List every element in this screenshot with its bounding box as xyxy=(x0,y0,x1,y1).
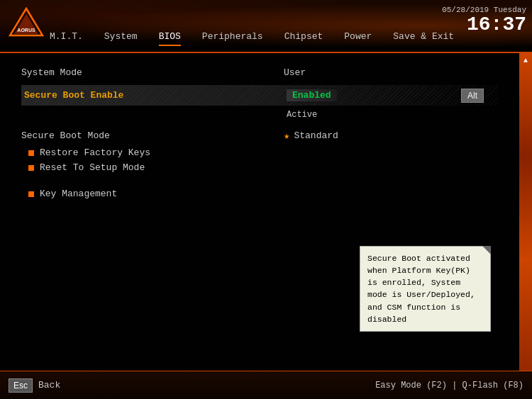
nav-item-bios[interactable]: BIOS xyxy=(159,31,181,46)
star-icon: ★ xyxy=(284,130,289,142)
secure-boot-active-text: Active xyxy=(287,110,498,120)
reset-to-setup-mode-label: Reset To Setup Mode xyxy=(40,162,145,173)
secure-boot-mode-row: Secure Boot Mode ★ Standard xyxy=(21,130,498,142)
system-mode-value: User xyxy=(284,67,306,78)
key-management-item[interactable]: Key Management xyxy=(28,189,498,199)
secure-boot-mode-text: Standard xyxy=(294,130,338,141)
footer: Esc Back Easy Mode (F2) | Q-Flash (F8) xyxy=(0,371,532,399)
nav-item-power[interactable]: Power xyxy=(344,31,372,46)
main-content: System Mode User Secure Boot Enable Enab… xyxy=(0,53,519,371)
key-management-label: Key Management xyxy=(40,189,117,199)
orange-square-icon-3 xyxy=(28,191,34,197)
header: AORUS 05/28/2019 Tuesday 16:37 M.I.T. Sy… xyxy=(0,0,532,53)
tooltip-box: Secure Boot activated when Platform Key(… xyxy=(360,246,491,332)
nav-item-save-exit[interactable]: Save & Exit xyxy=(393,31,454,46)
system-mode-label: System Mode xyxy=(21,67,284,78)
reset-to-setup-mode-item[interactable]: Reset To Setup Mode xyxy=(28,162,498,173)
footer-left: Esc Back xyxy=(9,378,60,393)
alt-button[interactable]: Alt xyxy=(461,89,484,103)
nav-item-system[interactable]: System xyxy=(104,31,138,46)
datetime: 05/28/2019 Tuesday 16:37 xyxy=(442,6,526,36)
secure-boot-enable-value: Enabled xyxy=(287,89,337,101)
nav-item-peripherals[interactable]: Peripherals xyxy=(202,31,263,46)
aorus-logo: AORUS xyxy=(9,7,44,43)
tooltip-text: Secure Boot activated when Platform Key(… xyxy=(367,254,475,324)
nav-item-mit[interactable]: M.I.T. xyxy=(50,31,83,46)
orange-square-icon-2 xyxy=(28,165,34,171)
esc-button[interactable]: Esc xyxy=(9,378,33,393)
restore-factory-keys-label: Restore Factory Keys xyxy=(40,147,150,158)
orange-square-icon xyxy=(28,150,34,156)
restore-factory-keys-item[interactable]: Restore Factory Keys xyxy=(28,147,498,158)
secure-boot-mode-value: ★ Standard xyxy=(284,130,338,142)
secure-boot-enable-row[interactable]: Secure Boot Enable Enabled Alt xyxy=(21,85,498,106)
secure-boot-mode-label: Secure Boot Mode xyxy=(21,130,284,141)
back-label: Back xyxy=(38,380,60,390)
system-mode-row: System Mode User xyxy=(21,67,498,78)
right-scrollbar[interactable]: ▲ ◀ xyxy=(519,53,532,399)
svg-text:AORUS: AORUS xyxy=(17,28,35,33)
time-display: 16:37 xyxy=(442,14,526,36)
nav-item-chipset[interactable]: Chipset xyxy=(284,31,323,46)
scroll-up-arrow[interactable]: ▲ xyxy=(523,57,528,64)
top-nav: M.I.T. System BIOS Peripherals Chipset P… xyxy=(50,31,454,46)
footer-right-label: Easy Mode (F2) | Q-Flash (F8) xyxy=(375,381,523,390)
secure-boot-enable-label: Secure Boot Enable xyxy=(24,90,287,101)
